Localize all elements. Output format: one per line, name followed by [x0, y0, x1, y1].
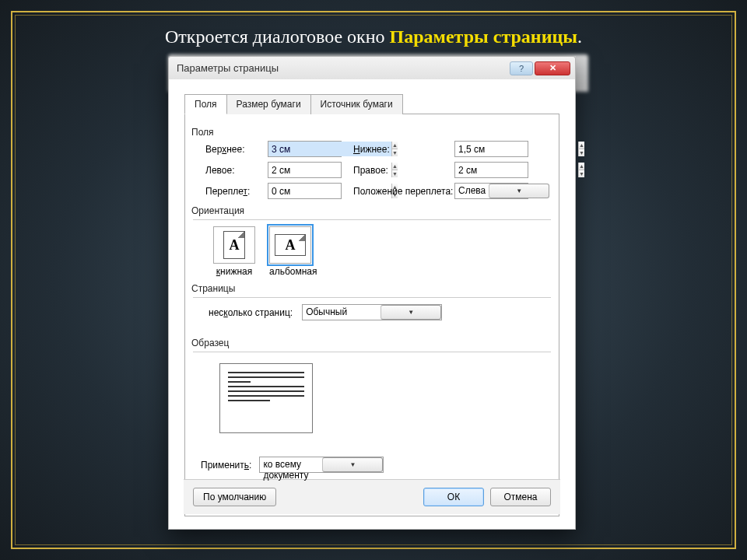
- margins-grid: Верхнее: ▲▼ Нижнее: ▲▼ Левое: ▲▼ Правое:: [205, 141, 551, 199]
- tab-margins[interactable]: Поля: [184, 94, 227, 114]
- chevron-down-icon[interactable]: ▼: [381, 305, 441, 320]
- cancel-button[interactable]: Отмена: [490, 488, 551, 506]
- orientation-portrait[interactable]: A книжная: [213, 226, 255, 277]
- label-multiple-pages: несколько страниц:: [209, 307, 293, 318]
- dialog-body: Поля Размер бумаги Источник бумаги Поля …: [168, 79, 576, 530]
- spin-down-icon[interactable]: ▼: [579, 149, 584, 156]
- close-icon: ✕: [549, 63, 556, 73]
- tab-page-margins: Поля Верхнее: ▲▼ Нижнее: ▲▼ Левое: ▲▼ Пр…: [184, 114, 559, 516]
- select-gutter-position[interactable]: Слева ▼: [454, 183, 528, 199]
- divider: [193, 297, 551, 298]
- label-apply-to: Применить:: [201, 460, 251, 471]
- divider: [193, 352, 551, 352]
- apply-row: Применить: ко всему документу ▼: [201, 457, 551, 473]
- label-top: Верхнее:: [205, 144, 268, 155]
- input-top-margin[interactable]: ▲▼: [268, 141, 342, 157]
- slide-caption: Откроется диалоговое окно Параметры стра…: [0, 26, 747, 47]
- label-gutter: Переплет:: [205, 186, 268, 197]
- preview-sample: [219, 363, 313, 433]
- caption-suffix: .: [577, 26, 582, 47]
- page-setup-dialog: Параметры страницы ? ✕ Поля Размер бумаг…: [168, 56, 576, 530]
- caption-prefix: Откроется диалоговое окно: [165, 26, 390, 47]
- dialog-footer: По умолчанию ОК Отмена: [184, 479, 560, 514]
- input-gutter[interactable]: ▲▼: [268, 183, 342, 199]
- help-button[interactable]: ?: [510, 61, 533, 75]
- select-apply-to-value: ко всему документу: [260, 457, 322, 472]
- select-multiple-pages[interactable]: Обычный ▼: [302, 304, 442, 320]
- label-left: Левое:: [205, 165, 268, 176]
- dialog-title: Параметры страницы: [174, 62, 508, 74]
- select-gutter-position-value: Слева: [455, 184, 489, 198]
- input-bottom-margin-field[interactable]: [455, 142, 578, 156]
- label-right: Правое:: [353, 165, 454, 176]
- orientation-landscape[interactable]: A альбомная: [269, 226, 317, 277]
- page-glyph-icon: A: [230, 237, 240, 254]
- select-multiple-pages-value: Обычный: [303, 305, 381, 320]
- input-left-margin[interactable]: ▲▼: [268, 162, 342, 178]
- margins-group-label: Поля: [191, 127, 551, 138]
- label-gutter-position: Положение переплета:: [353, 186, 454, 197]
- orientation-portrait-label: книжная: [213, 266, 255, 277]
- default-button[interactable]: По умолчанию: [193, 488, 276, 506]
- tab-paper-source[interactable]: Источник бумаги: [310, 94, 403, 114]
- input-right-margin-field[interactable]: [455, 163, 578, 177]
- orientation-group-label: Ориентация: [191, 205, 551, 216]
- spin-down-icon[interactable]: ▼: [579, 170, 584, 177]
- input-bottom-margin[interactable]: ▲▼: [454, 141, 528, 157]
- orientation-landscape-label: альбомная: [269, 266, 317, 277]
- divider: [193, 219, 551, 220]
- tab-strip: Поля Размер бумаги Источник бумаги: [175, 86, 569, 114]
- dialog-titlebar[interactable]: Параметры страницы ? ✕: [168, 56, 576, 79]
- label-bottom: Нижнее:: [353, 144, 454, 155]
- ok-button[interactable]: ОК: [423, 488, 484, 506]
- caption-highlight: Параметры страницы: [390, 26, 578, 47]
- spin-up-icon[interactable]: ▲: [579, 163, 584, 170]
- preview-group-label: Образец: [191, 338, 551, 348]
- input-right-margin[interactable]: ▲▼: [454, 162, 528, 178]
- help-icon: ?: [519, 64, 524, 73]
- chevron-down-icon[interactable]: ▼: [489, 184, 549, 198]
- tab-paper-size[interactable]: Размер бумаги: [226, 94, 311, 114]
- chevron-down-icon[interactable]: ▼: [322, 457, 383, 472]
- page-glyph-icon: A: [286, 237, 296, 254]
- pages-group-label: Страницы: [191, 283, 551, 294]
- close-button[interactable]: ✕: [535, 61, 570, 75]
- orientation-row: A книжная A альбомная: [213, 226, 551, 277]
- pages-row: несколько страниц: Обычный ▼: [209, 304, 551, 320]
- select-apply-to[interactable]: ко всему документу ▼: [259, 457, 384, 473]
- spin-up-icon[interactable]: ▲: [579, 142, 584, 149]
